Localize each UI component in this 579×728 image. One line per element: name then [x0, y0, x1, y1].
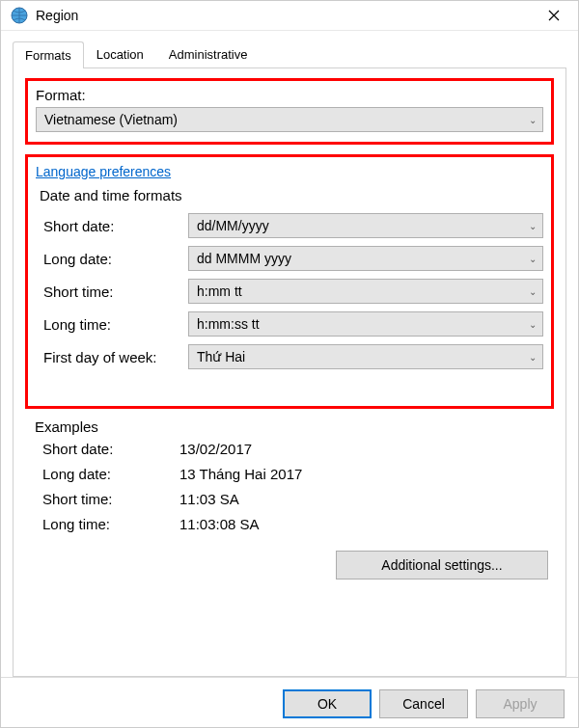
tab-administrative[interactable]: Administrative: [156, 40, 261, 67]
ok-button[interactable]: OK: [283, 689, 372, 718]
ex-short-date-value: 13/02/2017: [179, 441, 252, 457]
row-long-date: Long date: dd MMMM yyyy ⌄: [36, 246, 543, 271]
titlebar: Region: [1, 1, 578, 31]
ex-long-time-value: 11:03:08 SA: [179, 516, 260, 532]
short-date-combo[interactable]: dd/MM/yyyy ⌄: [188, 213, 543, 238]
long-time-combo[interactable]: h:mm:ss tt ⌄: [188, 311, 543, 337]
first-day-label: First day of week:: [43, 349, 188, 365]
short-date-value: dd/MM/yyyy: [197, 218, 269, 233]
datetime-legend: Date and time formats: [40, 187, 543, 203]
long-date-value: dd MMMM yyyy: [197, 251, 291, 266]
format-combo[interactable]: Vietnamese (Vietnam) ⌄: [36, 107, 543, 132]
close-icon: [548, 10, 560, 21]
row-short-date: Short date: dd/MM/yyyy ⌄: [36, 213, 543, 238]
window-title: Region: [36, 8, 539, 23]
datetime-group: Language preferences Date and time forma…: [25, 154, 554, 409]
ex-long-date-value: 13 Tháng Hai 2017: [179, 466, 302, 482]
ex-short-date-label: Short date:: [42, 441, 179, 457]
ex-long-time-label: Long time:: [42, 516, 179, 532]
format-label: Format:: [36, 87, 543, 103]
long-time-value: h:mm:ss tt: [197, 316, 260, 332]
chevron-down-icon: ⌄: [529, 221, 537, 231]
short-time-label: Short time:: [43, 283, 188, 300]
long-time-label: Long time:: [43, 316, 188, 333]
chevron-down-icon: ⌄: [529, 254, 537, 264]
tabpanel-formats: Format: Vietnamese (Vietnam) ⌄ Language …: [13, 68, 566, 677]
examples-group: Short date: 13/02/2017 Long date: 13 Thá…: [25, 441, 554, 532]
short-time-value: h:mm tt: [197, 283, 242, 299]
long-date-combo[interactable]: dd MMMM yyyy ⌄: [188, 246, 543, 271]
globe-icon: [11, 7, 28, 24]
first-day-value: Thứ Hai: [197, 349, 245, 364]
ex-short-time-label: Short time:: [42, 491, 179, 507]
row-long-time: Long time: h:mm:ss tt ⌄: [36, 311, 543, 337]
cancel-button[interactable]: Cancel: [379, 689, 468, 718]
row-short-time: Short time: h:mm tt ⌄: [36, 279, 543, 304]
apply-button[interactable]: Apply: [476, 689, 565, 718]
chevron-down-icon: ⌄: [529, 286, 537, 297]
row-first-day: First day of week: Thứ Hai ⌄: [36, 344, 543, 369]
first-day-combo[interactable]: Thứ Hai ⌄: [188, 344, 543, 369]
short-time-combo[interactable]: h:mm tt ⌄: [188, 279, 543, 304]
short-date-label: Short date:: [43, 218, 188, 234]
language-preferences-link[interactable]: Language preferences: [36, 164, 171, 179]
ex-long-date-label: Long date:: [42, 466, 179, 482]
additional-settings-button[interactable]: Additional settings...: [336, 551, 548, 580]
format-value: Vietnamese (Vietnam): [44, 112, 178, 127]
ex-short-time-value: 11:03 SA: [179, 491, 239, 507]
chevron-down-icon: ⌄: [529, 319, 537, 330]
region-window: Region Formats Location Administrative F…: [0, 0, 579, 728]
chevron-down-icon: ⌄: [529, 352, 537, 363]
example-short-date: Short date: 13/02/2017: [25, 441, 554, 457]
chevron-down-icon: ⌄: [529, 115, 537, 125]
format-group: Format: Vietnamese (Vietnam) ⌄: [25, 78, 554, 145]
tab-location[interactable]: Location: [84, 40, 156, 67]
long-date-label: Long date:: [43, 251, 188, 267]
content: Formats Location Administrative Format: …: [1, 31, 578, 677]
example-long-date: Long date: 13 Tháng Hai 2017: [25, 466, 554, 482]
footer-buttons: OK Cancel Apply: [1, 677, 578, 728]
close-button[interactable]: [539, 1, 568, 30]
example-short-time: Short time: 11:03 SA: [25, 491, 554, 507]
tab-formats[interactable]: Formats: [13, 41, 84, 68]
example-long-time: Long time: 11:03:08 SA: [25, 516, 554, 532]
examples-legend: Examples: [35, 418, 554, 435]
additional-settings-row: Additional settings...: [25, 541, 554, 580]
tabs: Formats Location Administrative: [13, 40, 566, 68]
